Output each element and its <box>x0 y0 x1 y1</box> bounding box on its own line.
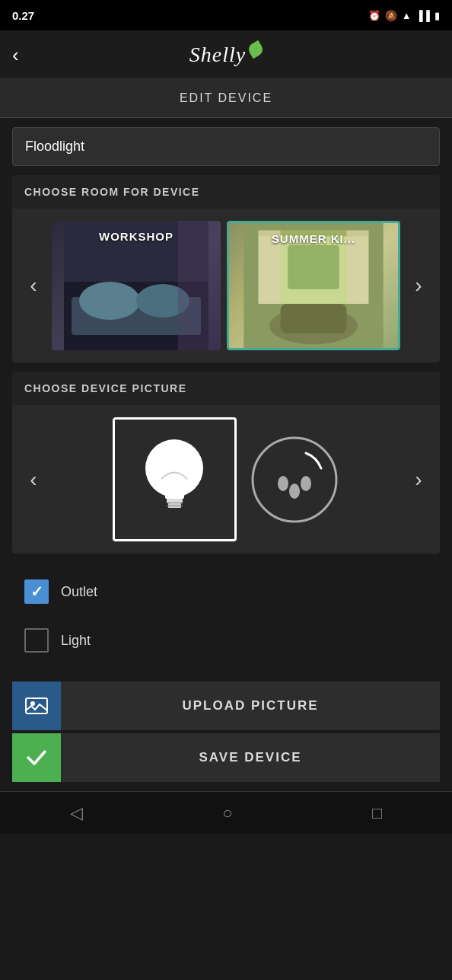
room-carousel: ‹ <box>12 209 440 362</box>
device-name-input[interactable] <box>12 127 440 166</box>
app-logo: Shelly <box>189 43 263 67</box>
top-nav: ‹ Shelly <box>0 30 452 79</box>
room-item-summer-kitchen[interactable]: SUMMER KI... <box>227 221 400 350</box>
room-item-workshop[interactable]: WORKSHOP <box>52 221 221 350</box>
checkbox-section: ✓ Outlet Light <box>12 563 440 669</box>
upload-picture-button[interactable]: UPLOAD PICTURE <box>12 682 440 730</box>
edit-device-title: EDIT DEVICE <box>180 91 272 104</box>
svg-rect-16 <box>165 493 184 499</box>
picture-section: CHOOSE DEVICE PICTURE ‹ <box>12 372 440 554</box>
action-buttons: UPLOAD PICTURE SAVE DEVICE <box>12 682 440 782</box>
svg-point-22 <box>278 476 288 491</box>
save-device-icon <box>12 733 61 782</box>
status-icons: ⏰ 🔕 ▲ ▐▐ ▮ <box>368 10 440 21</box>
rain-icon <box>249 434 340 525</box>
nav-square-icon[interactable]: □ <box>372 803 382 823</box>
notifications-off-icon: 🔕 <box>385 10 397 21</box>
save-device-label: SAVE DEVICE <box>61 733 440 782</box>
checkmark-icon-svg <box>24 745 49 770</box>
device-pictures-list <box>55 417 397 541</box>
picture-next-button[interactable]: › <box>403 468 434 492</box>
picture-carousel: ‹ <box>12 405 440 554</box>
picture-item-bulb[interactable] <box>113 417 237 541</box>
room-workshop-label: WORKSHOP <box>52 230 221 243</box>
room-next-button[interactable]: › <box>403 273 434 298</box>
room-section: CHOOSE ROOM FOR DEVICE ‹ <box>12 175 440 362</box>
svg-rect-13 <box>288 245 339 289</box>
upload-picture-label: UPLOAD PICTURE <box>61 682 440 730</box>
back-button[interactable]: ‹ <box>12 45 19 65</box>
room-summer-kitchen-label: SUMMER KI... <box>229 232 398 245</box>
svg-rect-25 <box>26 698 47 713</box>
svg-point-21 <box>253 438 336 522</box>
light-checkbox-label: Light <box>61 633 91 649</box>
room-prev-button[interactable]: ‹ <box>18 273 49 298</box>
picture-prev-button[interactable]: ‹ <box>18 468 49 492</box>
nav-bar: ◁ ○ □ <box>0 791 452 834</box>
light-checkbox-row[interactable]: Light <box>12 618 440 663</box>
svg-point-3 <box>79 282 140 320</box>
outlet-checkbox-label: Outlet <box>61 584 97 600</box>
bulb-icon <box>119 424 230 535</box>
save-device-button[interactable]: SAVE DEVICE <box>12 733 440 782</box>
outlet-checkmark-icon: ✓ <box>30 583 43 601</box>
status-bar: 0.27 ⏰ 🔕 ▲ ▐▐ ▮ <box>0 0 452 30</box>
svg-rect-12 <box>281 304 347 334</box>
edit-device-header: EDIT DEVICE <box>0 79 452 118</box>
light-checkbox[interactable] <box>24 628 49 653</box>
logo-leaf-icon <box>247 40 266 59</box>
signal-icon: ▐▐ <box>416 10 430 21</box>
svg-point-15 <box>145 439 203 497</box>
svg-point-24 <box>301 476 311 491</box>
room-section-title: CHOOSE ROOM FOR DEVICE <box>12 175 440 209</box>
upload-icon-svg <box>24 694 49 718</box>
content-area: CHOOSE ROOM FOR DEVICE ‹ <box>0 118 452 791</box>
picture-section-title: CHOOSE DEVICE PICTURE <box>12 372 440 405</box>
picture-item-rain[interactable] <box>249 434 340 525</box>
nav-back-icon[interactable]: ◁ <box>70 803 83 823</box>
nav-home-icon[interactable]: ○ <box>222 803 232 823</box>
svg-point-23 <box>289 484 300 499</box>
upload-picture-icon <box>12 682 61 730</box>
battery-icon: ▮ <box>434 10 440 21</box>
outlet-checkbox[interactable]: ✓ <box>24 579 49 604</box>
room-items-list: WORKSHOP <box>52 221 400 350</box>
alarm-icon: ⏰ <box>368 10 380 21</box>
wifi-icon: ▲ <box>402 10 412 21</box>
outlet-checkbox-row[interactable]: ✓ Outlet <box>12 569 440 614</box>
logo-text: Shelly <box>189 43 246 67</box>
status-time: 0.27 <box>12 9 34 22</box>
